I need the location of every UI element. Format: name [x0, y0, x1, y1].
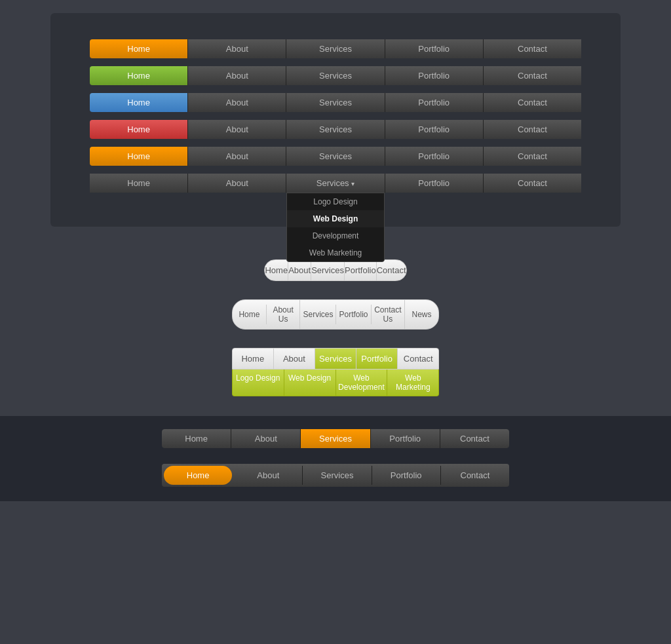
- nav-bottom-1: Home About Services Portfolio Contact: [162, 429, 509, 448]
- nav-light-3-dropdown: Logo Design Web Design Web Development W…: [232, 369, 440, 396]
- nav-light-home-2[interactable]: Home: [233, 305, 267, 324]
- nav-dropdown: Home About Services Logo Design Web Desi…: [90, 174, 581, 193]
- nav-bottom-home-1[interactable]: Home: [162, 429, 231, 448]
- nav-item-contact-5[interactable]: Contact: [484, 147, 581, 166]
- nav-red: Home About Services Portfolio Contact: [90, 120, 581, 139]
- nav-bottom-services-1[interactable]: Services: [301, 429, 370, 448]
- nav-light-services-3[interactable]: Services: [315, 349, 356, 369]
- nav-item-contact-6[interactable]: Contact: [484, 174, 581, 193]
- nav-item-about-2[interactable]: About: [188, 66, 286, 85]
- nav-light-2: Home About Us Services Portfolio Contact…: [232, 299, 439, 330]
- nav-item-services-5[interactable]: Services: [286, 147, 385, 166]
- nav-light-portfolio-1[interactable]: Portfolio: [345, 260, 377, 280]
- nav-item-portfolio-6[interactable]: Portfolio: [385, 174, 484, 193]
- nav-light-aboutus-2[interactable]: About Us: [267, 300, 301, 329]
- nav-light-contact-3[interactable]: Contact: [398, 349, 438, 369]
- nav-bottom-home-2[interactable]: Home: [164, 466, 232, 485]
- nav-light-portfolio-3[interactable]: Portfolio: [356, 349, 398, 369]
- nav-green: Home About Services Portfolio Contact: [90, 66, 581, 85]
- nav-bottom-contact-1[interactable]: Contact: [440, 429, 509, 448]
- services-dropdown: Logo Design Web Design Development Web M…: [286, 193, 384, 262]
- nav-item-contact-2[interactable]: Contact: [484, 66, 581, 85]
- nav-bottom-about-1[interactable]: About: [231, 429, 301, 448]
- nav-bottom-2: Home About Services Portfolio Contact: [162, 464, 509, 487]
- nav-orange2: Home About Services Portfolio Contact: [90, 147, 581, 166]
- nav-light-about-3[interactable]: About: [274, 349, 315, 369]
- nav-light-portfolio-2[interactable]: Portfolio: [336, 305, 371, 324]
- nav-item-services-2[interactable]: Services: [286, 66, 385, 85]
- nav-item-portfolio-1[interactable]: Portfolio: [385, 39, 484, 58]
- nav-item-services-4[interactable]: Services: [286, 120, 385, 139]
- dd-web-design[interactable]: Web Design: [287, 210, 383, 227]
- nav-item-about-3[interactable]: About: [188, 93, 286, 112]
- nav-item-home-4[interactable]: Home: [90, 120, 188, 139]
- dd-web-marketing-light[interactable]: Web Marketing: [387, 369, 438, 396]
- nav-item-services-3[interactable]: Services: [286, 93, 385, 112]
- nav-item-contact-3[interactable]: Contact: [484, 93, 581, 112]
- dd-web-design-light[interactable]: Web Design: [284, 369, 336, 396]
- nav-light-3-wrapper: Home About Services Portfolio Contact Lo…: [232, 348, 440, 396]
- nav-bottom-services-2[interactable]: Services: [303, 466, 372, 485]
- nav-item-about-6[interactable]: About: [188, 174, 286, 193]
- nav-item-contact-4[interactable]: Contact: [484, 120, 581, 139]
- nav-orange: Home About Services Portfolio Contact: [90, 39, 581, 58]
- nav-light-home-3[interactable]: Home: [233, 349, 274, 369]
- nav-item-home-3[interactable]: Home: [90, 93, 188, 112]
- nav-item-home-1[interactable]: Home: [90, 39, 188, 58]
- dd-web-marketing[interactable]: Web Marketing: [287, 244, 383, 261]
- nav-item-portfolio-2[interactable]: Portfolio: [385, 66, 484, 85]
- nav-light-contact-1[interactable]: Contact: [377, 260, 406, 280]
- nav-item-contact-1[interactable]: Contact: [484, 39, 581, 58]
- dd-logo-design[interactable]: Logo Design: [287, 193, 383, 210]
- nav-light-services-1[interactable]: Services: [311, 260, 345, 280]
- section-light-navbars: Home About Services Portfolio Contact Ho…: [0, 240, 671, 416]
- nav-item-portfolio-3[interactable]: Portfolio: [385, 93, 484, 112]
- nav-item-home-6[interactable]: Home: [90, 174, 188, 193]
- nav-light-home-1[interactable]: Home: [265, 260, 288, 280]
- dd-development[interactable]: Development: [287, 227, 383, 244]
- nav-bottom-portfolio-1[interactable]: Portfolio: [371, 429, 440, 448]
- section-bottom-dark: Home About Services Portfolio Contact Ho…: [0, 416, 671, 501]
- nav-item-about-5[interactable]: About: [188, 147, 286, 166]
- nav-light-contactus-2[interactable]: Contact Us: [372, 300, 406, 329]
- nav-item-portfolio-5[interactable]: Portfolio: [385, 147, 484, 166]
- nav-bottom-contact-2[interactable]: Contact: [441, 466, 509, 485]
- nav-light-about-1[interactable]: About: [288, 260, 311, 280]
- nav-item-home-2[interactable]: Home: [90, 66, 188, 85]
- nav-item-portfolio-4[interactable]: Portfolio: [385, 120, 484, 139]
- nav-light-services-2[interactable]: Services: [300, 305, 336, 324]
- nav-item-home-5[interactable]: Home: [90, 147, 188, 166]
- section-dark-navbars: Home About Services Portfolio Contact Ho…: [50, 13, 621, 227]
- nav-light-news-2[interactable]: News: [405, 305, 438, 324]
- nav-item-about-1[interactable]: About: [188, 39, 286, 58]
- nav-blue: Home About Services Portfolio Contact: [90, 93, 581, 112]
- dd-web-development-light[interactable]: Web Development: [336, 369, 388, 396]
- nav-light-1: Home About Services Portfolio Contact: [264, 259, 406, 281]
- nav-item-services-6[interactable]: Services Logo Design Web Design Developm…: [286, 174, 385, 193]
- dd-logo-design-light[interactable]: Logo Design: [233, 369, 284, 396]
- nav-item-about-4[interactable]: About: [188, 120, 286, 139]
- nav-bottom-about-2[interactable]: About: [234, 466, 303, 485]
- nav-item-services-1[interactable]: Services: [286, 39, 385, 58]
- nav-light-3: Home About Services Portfolio Contact: [232, 348, 440, 369]
- nav-bottom-portfolio-2[interactable]: Portfolio: [372, 466, 441, 485]
